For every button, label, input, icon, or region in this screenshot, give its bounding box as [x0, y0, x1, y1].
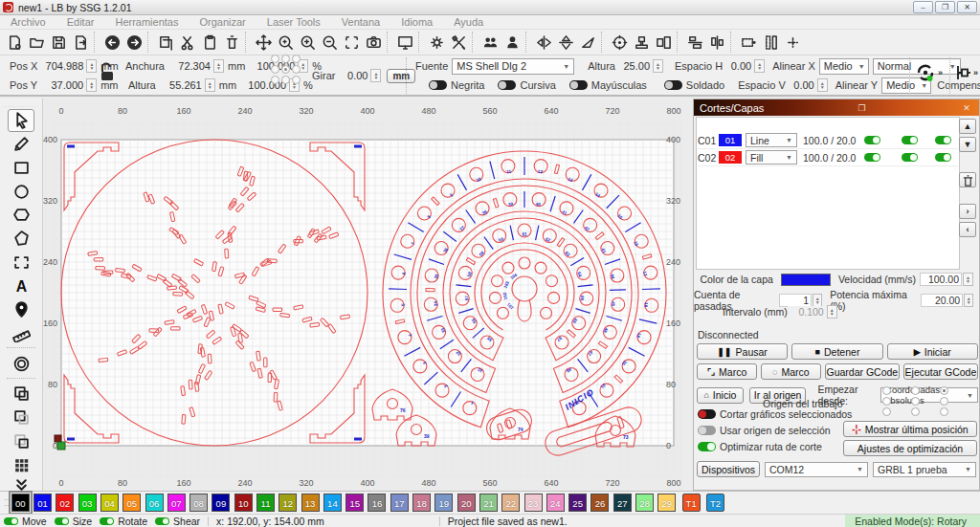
redo-icon[interactable]: [123, 32, 145, 54]
layer-air-toggle[interactable]: [935, 136, 951, 144]
bold-toggle[interactable]: [429, 80, 447, 90]
palette-chip[interactable]: 19: [434, 494, 453, 512]
palette-chip-t2[interactable]: T2: [706, 494, 724, 512]
machine-tools-icon[interactable]: [448, 32, 470, 54]
width-spinner[interactable]: ▲▼: [213, 59, 224, 73]
menu-ayuda[interactable]: Ayuda: [443, 16, 494, 28]
pos-y-spinner[interactable]: ▲▼: [86, 78, 97, 92]
pos-x-value[interactable]: 704.988: [41, 60, 85, 72]
layer-mode-combo[interactable]: Line▼: [746, 133, 797, 147]
settings-gear-icon[interactable]: [426, 32, 448, 54]
offset-shapes-tool[interactable]: [8, 352, 34, 375]
layer-show-toggle[interactable]: [902, 136, 918, 144]
zoom-in-icon[interactable]: [297, 32, 319, 54]
text-height-spinner[interactable]: ▲▼: [653, 59, 663, 73]
paste-icon[interactable]: [199, 32, 221, 54]
rectangle-tool[interactable]: [8, 156, 34, 179]
align-x-combo[interactable]: Medio▼: [819, 58, 869, 75]
camera-icon[interactable]: [363, 32, 385, 54]
size-toggle[interactable]: [55, 517, 69, 525]
crosshair-position-icon[interactable]: [782, 32, 804, 54]
maximize-button[interactable]: ❐: [935, 1, 955, 13]
flip-vertical-icon[interactable]: [555, 32, 577, 54]
delete-layer-button[interactable]: [959, 172, 976, 187]
open-file-icon[interactable]: [26, 32, 48, 54]
measure-tool[interactable]: [8, 322, 34, 345]
frame-rect-button[interactable]: ⌜⌟Marco: [697, 363, 757, 380]
height-spinner[interactable]: ▲▼: [205, 78, 215, 92]
ellipse-tool[interactable]: [8, 180, 34, 203]
frame-selection-icon[interactable]: [341, 32, 363, 54]
new-file-icon[interactable]: [4, 32, 26, 54]
connector-icon[interactable]: »: [954, 63, 978, 82]
palette-chip[interactable]: 06: [145, 494, 164, 512]
float-panel-icon[interactable]: ❐: [856, 103, 869, 113]
speed-spinner[interactable]: ▲▼: [963, 273, 973, 286]
boolean-intersect-tool[interactable]: [8, 430, 34, 453]
text-height-value[interactable]: 25.00: [619, 60, 652, 72]
move-toggle[interactable]: [4, 517, 18, 525]
canvas-workspace[interactable]: 0080801601602402403203204004004804805605…: [43, 99, 682, 491]
space-h-value[interactable]: 0.00: [726, 60, 753, 72]
skew-icon[interactable]: [577, 32, 599, 54]
palette-chip[interactable]: 24: [546, 494, 565, 512]
align-shapes-icon[interactable]: [653, 32, 675, 54]
layer-row[interactable]: C02 02 Fill▼ 100.0 / 20.0: [698, 149, 958, 166]
palette-chip[interactable]: 02: [56, 494, 74, 512]
font-combo[interactable]: MS Shell Dlg 2▼: [452, 58, 574, 75]
focus-target-icon[interactable]: [609, 32, 631, 54]
palette-chip[interactable]: 16: [368, 494, 386, 512]
devices-button[interactable]: Dispositivos: [697, 461, 760, 477]
lock-icon[interactable]: [99, 63, 116, 82]
palette-chip-t1[interactable]: T1: [682, 494, 701, 512]
layer-output-toggle[interactable]: [864, 136, 880, 144]
distribute-horizontal-icon[interactable]: [684, 32, 706, 54]
frame-rubber-button[interactable]: ◌Marco: [761, 363, 821, 380]
import-file-icon[interactable]: [70, 32, 92, 54]
layer-air-toggle[interactable]: [935, 153, 951, 162]
rotate-value[interactable]: 0.00: [339, 70, 369, 81]
palette-chip[interactable]: 25: [568, 494, 587, 512]
palette-chip[interactable]: 28: [635, 494, 654, 512]
rotate-spinner[interactable]: ▲▼: [370, 69, 381, 82]
show-last-position-button[interactable]: -¦-Mostrar última posición: [843, 421, 977, 437]
power-spinner[interactable]: ▲▼: [964, 294, 973, 307]
canvas-svg[interactable]: 0080801601602402403203204004004804805605…: [43, 99, 682, 491]
pos-x-spinner[interactable]: ▲▼: [86, 59, 97, 73]
run-gcode-button[interactable]: Ejecutar GCode: [903, 363, 978, 380]
layer-color-chip[interactable]: 02: [719, 151, 742, 164]
home-button[interactable]: ⌂Inicio: [697, 387, 744, 404]
palette-chip[interactable]: 00: [11, 494, 30, 512]
palette-chip[interactable]: 15: [345, 494, 364, 512]
width-value[interactable]: 72.304: [168, 60, 212, 72]
palette-chip[interactable]: 08: [189, 494, 208, 512]
minimize-button[interactable]: –: [913, 1, 933, 13]
stop-button[interactable]: ■Detener: [791, 343, 882, 360]
power-value[interactable]: 20.00: [921, 294, 963, 307]
layer-row[interactable]: C01 01 Line▼ 100.0 / 20.0: [698, 132, 958, 149]
flip-horizontal-icon[interactable]: [533, 32, 555, 54]
zoom-page-icon[interactable]: [275, 32, 297, 54]
draw-lines-tool[interactable]: [8, 133, 34, 156]
menu-ventana[interactable]: Ventana: [331, 16, 390, 28]
palette-chip[interactable]: 09: [212, 494, 230, 512]
optimization-settings-button[interactable]: Ajustes de optimización: [843, 440, 977, 456]
palette-chip[interactable]: 07: [167, 494, 186, 512]
palette-chip[interactable]: 01: [33, 494, 52, 512]
layer-color-swatch[interactable]: [781, 274, 831, 286]
space-v-spinner[interactable]: ▲▼: [817, 78, 828, 92]
boolean-union-tool[interactable]: [8, 383, 34, 406]
menu-organizar[interactable]: Organizar: [189, 16, 256, 28]
layer-color-chip[interactable]: 01: [719, 134, 742, 146]
italic-toggle[interactable]: [498, 80, 516, 90]
collapse-panel-button[interactable]: ‹: [959, 222, 976, 237]
team-users-icon[interactable]: [479, 32, 501, 54]
cut-icon[interactable]: [177, 32, 199, 54]
dock-window-icon[interactable]: [738, 32, 760, 54]
palette-chip[interactable]: 26: [590, 494, 609, 512]
speed-value[interactable]: 100.00: [920, 273, 962, 286]
text-tool[interactable]: A: [8, 274, 34, 297]
cut-selected-toggle[interactable]: [698, 409, 716, 419]
palette-chip[interactable]: 29: [657, 494, 676, 512]
palette-chip[interactable]: 21: [479, 494, 498, 512]
